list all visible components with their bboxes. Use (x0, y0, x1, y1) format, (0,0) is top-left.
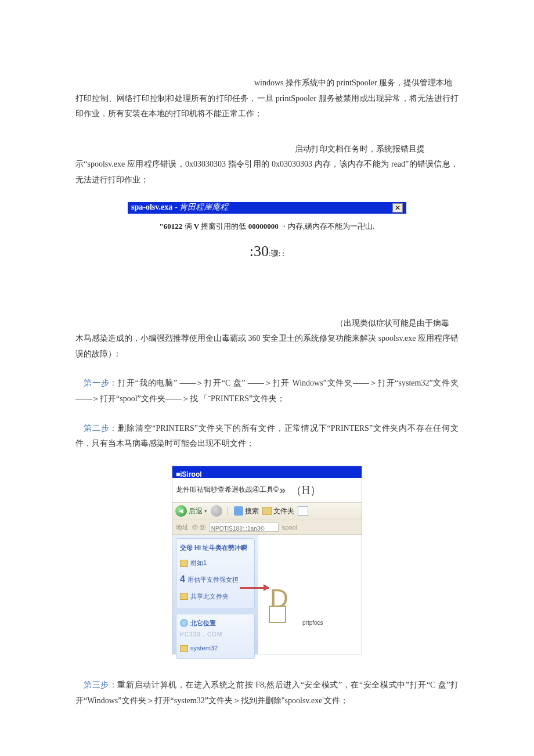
folders-label: 文件夹 (273, 505, 294, 518)
explorer-sidebar: 交母 HI 址斗类在勢冲瞬 柑如1 4 用估平支件强女担 共享此文件夹 北它位置 (172, 535, 258, 654)
error-title-sub: - 肯田程崖庵程 (175, 200, 228, 215)
folder-icon (180, 560, 188, 567)
toolbar-separator: │ (226, 505, 230, 518)
intro-body: 打印控制、网络打印控制和处理所有的打印任务，一旦 printSpooler 服务… (75, 91, 459, 122)
step-3: 第三步：重新启动计算机，在进入系统之前按 F8,然后进入“安全模式”，在“安全模… (75, 678, 459, 708)
err-l1-b: 俩 (185, 222, 192, 231)
explorer-toolbar: ◄ 后退 ▾ │ 搜索 文件夹 (172, 502, 362, 520)
back-button[interactable]: ◄ 后退 ▾ (175, 505, 207, 518)
system32-link[interactable]: system32 (180, 642, 251, 654)
task-item-1[interactable]: 柑如1 (180, 557, 251, 569)
explorer-menu-raquo: » (280, 480, 286, 500)
intro-lead: windows 操作系统中的 printSpooler 服务，提供管理本地 (75, 75, 459, 91)
step-1-text: 打开“我的电脑” ——＞打开“C 盘” ——＞打开 Windows”文件夹——＞… (75, 379, 459, 403)
step-1: 第一步：打开“我的电脑” ——＞打开“C 盘” ——＞打开 Windows”文件… (75, 376, 459, 406)
step-2-text: 删除清空“PRINTERS”文件夹下的所有文件，正常情况下“PRINTERS”文… (75, 424, 459, 448)
explorer-addressbar: 地址 ⑰ ⑫ NPOTIS188:.:1an3© spool (172, 520, 362, 535)
search-icon (234, 506, 243, 516)
address-label: 地址 (176, 521, 189, 534)
watermark: PC330 . COM (180, 629, 251, 640)
step-2-label: 第二步： (84, 424, 118, 433)
err-l2-big: :30 (250, 243, 269, 260)
close-icon[interactable]: ✕ (392, 203, 403, 213)
error-title-main: spa-olsv.exa (131, 200, 172, 215)
red-arrow-icon (240, 587, 269, 589)
explorer-titlebar: ■iSirool (172, 466, 362, 478)
view-button[interactable] (298, 506, 308, 516)
back-arrow-icon: ◄ (175, 505, 187, 517)
info-icon (180, 619, 188, 627)
step-3-label: 第三步： (84, 681, 117, 689)
explorer-menubar: 龙件叩祜辑吵查希迥收战④工具© » （H） (172, 478, 362, 502)
address-input[interactable]: NPOTIS188:.:1an3© (209, 523, 279, 532)
err-l2-small: :骤: : (269, 249, 284, 258)
search-label: 搜索 (245, 505, 259, 518)
cause-lead: （出现类似症状可能是由于病毒 (75, 316, 459, 332)
explorer-window: ■iSirool 龙件叩祜辑吵查希迥收战④工具© » （H） ◄ 后退 ▾ │ … (172, 466, 362, 655)
folder-icon (262, 507, 272, 515)
err-l1-a: "60122 (160, 222, 183, 231)
error-dialog-titlebar: spa-olsv.exa - 肯田程崖庵程 ✕ (128, 202, 406, 214)
task-item-3[interactable]: 共享此文件夹 (180, 591, 251, 603)
folders-button[interactable]: 文件夹 (262, 505, 294, 518)
back-label: 后退 (189, 505, 203, 518)
err-l1-f: ・内存,磺内存不能为一卍山. (280, 222, 375, 231)
explorer-file-pane: D prtpfocs (258, 535, 362, 654)
folder-icon (180, 593, 188, 600)
cause-body: 木马感染造成的，小编强烈推荐使用金山毒霸或 360 安全卫士的系统修复功能来解决… (75, 331, 459, 362)
err-l1-d: 摇窗引用的低 (201, 222, 246, 231)
prtprocs-label: prtpfocs (302, 617, 323, 628)
search-button[interactable]: 搜索 (234, 505, 259, 518)
forward-button[interactable] (211, 505, 222, 517)
step-1-label: 第一步： (84, 379, 118, 387)
file-placeholder-icon (269, 606, 286, 623)
folder-icon (180, 645, 188, 652)
step-2: 第二步：删除清空“PRINTERS”文件夹下的所有文件，正常情况下“PRINTE… (75, 421, 459, 452)
symptom-body: 示“spoolsv.exe 应用程序错误，0x03030303 指令引用的 0x… (75, 157, 459, 188)
places-panel: 北它位置 PC330 . COM system32 (176, 614, 255, 660)
places-title: 北它位置 (190, 617, 216, 629)
explorer-menu-text: 龙件叩祜辑吵查希迥收战④工具© (176, 483, 279, 496)
error-dialog-body: "60122 俩 V 摇窗引用的低 00000000 ・内存,磺内存不能为一卍山… (128, 214, 406, 269)
step-3-text: 重新启动计算机，在进入系统之前按 F8,然后进入“安全模式”，在“安全模式中”打… (75, 681, 459, 705)
err-l1-e: 00000000 (248, 222, 279, 231)
tasks-panel-title: 交母 HI 址斗类在勢冲瞬 (180, 542, 251, 554)
spool-crumb: spool (282, 521, 297, 534)
explorer-menu-h: （H） (290, 479, 322, 501)
tasks-panel: 交母 HI 址斗类在勢冲瞬 柑如1 4 用估平支件强女担 共享此文件夹 (176, 538, 255, 609)
task-item-2[interactable]: 4 用估平支件强女担 (180, 571, 251, 588)
error-dialog: spa-olsv.exa - 肯田程崖庵程 ✕ "60122 俩 V 摇窗引用的… (128, 202, 406, 269)
err-l1-c: V (194, 222, 199, 231)
symptom-lead: 启动打印文档任务时，系统报错且提 (75, 142, 459, 157)
